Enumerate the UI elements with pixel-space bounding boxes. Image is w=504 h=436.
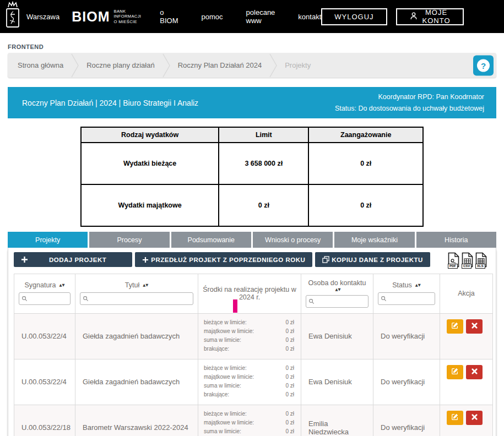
tab-historia[interactable]: Historia [416,232,496,248]
nav-o-biom[interactable]: o BIOM [160,8,178,25]
warsaw-logo[interactable]: Warszawa [3,1,59,32]
search-osoba-input[interactable] [306,295,368,308]
project-signature: U.00.053/22/18 [14,405,75,436]
project-title: Giełda zagadnień badawczych [75,359,198,405]
column-header-akcja: Akcja [440,274,493,314]
search-icon [83,296,89,302]
x-icon [472,322,478,330]
export-buttons: PDF CSV XLS [448,252,490,269]
project-actions [440,405,493,436]
add-project-button[interactable]: DODAJ PROJEKT [14,252,132,267]
projects-header-row: Sygnatura▲▼ Tytuł▲▼ Środki na realizację… [14,274,493,314]
edit-icon [451,367,459,377]
nav-polecane-www[interactable]: polecane www [246,8,275,25]
search-status-wrap [378,292,435,305]
breadcrumb: Strona główna Roczne plany działań Roczn… [8,53,496,78]
breadcrumb-chevron-icon [71,53,79,78]
top-nav: o BIOM pomoc polecane www kontakt [160,8,321,25]
project-actions [440,313,493,359]
edit-button[interactable] [447,365,463,379]
project-row: U.00.053/22/18 Barometr Warszawski 2022-… [14,405,493,436]
plus-icon [21,256,28,263]
plan-banner: Roczny Plan Działań | 2024 | Biuro Strat… [8,87,496,118]
summary-cell: 0 zł [219,184,308,226]
project-row: U.00.053/22/4 Giełda zagadnień badawczyc… [14,313,493,359]
breadcrumb-chevron-icon [162,53,170,78]
export-csv-icon[interactable]: CSV [462,252,473,269]
x-icon [472,368,478,376]
logout-button[interactable]: WYLOGUJ [321,8,387,25]
nav-pomoc[interactable]: pomoc [202,13,223,21]
breadcrumb-item-home[interactable]: Strona główna [18,61,63,69]
edit-icon [451,321,459,331]
delete-button[interactable] [466,411,483,425]
tab-podsumowanie[interactable]: Podsumowanie [171,232,251,248]
summary-header-engagement: Zaangażowanie [308,127,423,143]
summary-row: Wydatki majątkowe 0 zł 0 zł [81,184,423,226]
help-button[interactable]: ? [473,55,494,75]
breadcrumb-item-annual-plans[interactable]: Roczne plany działań [86,61,155,69]
column-header-sygnatura: Sygnatura▲▼ [14,274,75,314]
export-xls-icon[interactable]: XLS [475,252,487,269]
toolbar: DODAJ PROJEKT PRZEDŁUŻ PROJEKT Z POPRZED… [14,252,490,269]
project-status: Do weryfikacji [373,405,440,436]
summary-cell: Wydatki majątkowe [81,184,219,226]
projects-table: Sygnatura▲▼ Tytuł▲▼ Środki na realizację… [14,274,493,436]
project-contact: Ewa Denisiuk [301,359,373,405]
summary-cell: 3 658 000 zł [219,143,308,184]
copy-icon [322,256,329,263]
biom-logo[interactable]: BIOM BANK INFORMACJI O MIEŚCIE [72,9,141,25]
column-header-srodki: Środki na realizację projektu w 2024 r. [198,274,301,314]
project-status: Do weryfikacji [373,313,440,359]
project-signature: U.00.053/22/4 [14,359,75,405]
column-header-tytul: Tytuł▲▼ [75,274,198,314]
sort-icon[interactable]: ▲▼ [335,288,341,292]
sort-icon[interactable]: ▲▼ [415,284,421,287]
project-contact: Emilia Niedzwiecka [301,405,373,436]
summary-cell: Wydatki bieżące [81,143,219,184]
sort-icon[interactable]: ▲▼ [143,284,148,287]
project-funds: bieżące w limicie:0 zł majątkowe w limic… [198,359,301,405]
nav-kontakt[interactable]: kontakt [298,13,321,21]
question-mark-icon: ? [477,59,490,72]
tab-moje-wskazniki[interactable]: Moje wskaźniki [334,232,414,248]
search-icon [21,296,28,302]
biom-subtitle: BANK INFORMACJI O MIEŚCIE [113,9,141,24]
copy-project-data-button[interactable]: KOPIUJ DANE Z PROJEKTU [315,252,430,267]
plan-status: Status: Do dostosowania do uchwały budże… [335,103,484,115]
x-icon [472,413,478,422]
breadcrumb-item-plan-2024[interactable]: Roczny Plan Działań 2024 [178,61,262,69]
delete-button[interactable] [466,365,483,379]
sort-icon[interactable]: ▲▼ [59,284,64,287]
biom-title: BIOM [72,9,110,25]
my-account-button[interactable]: MOJE KONTO [396,8,464,25]
summary-header-type: Rodzaj wydatków [81,127,219,143]
project-title: Giełda zagadnień badawczych [75,313,198,359]
plan-title: Roczny Plan Działań | 2024 | Biuro Strat… [22,99,198,107]
extend-project-button[interactable]: PRZEDŁUŻ PROJEKT Z POPRZEDNIEGO ROKU [135,252,312,267]
plan-coordinator: Koordynator RPD: Pan Koodrnator [335,91,484,103]
summary-cell: 0 zł [308,184,423,226]
export-pdf-icon[interactable]: PDF [448,252,459,269]
edit-button[interactable] [447,319,463,334]
project-actions [440,359,493,405]
delete-button[interactable] [466,319,483,334]
warsaw-crest-icon [3,1,22,32]
tab-wnioski-o-procesy[interactable]: Wnioski o procesy [253,232,333,248]
tab-projekty[interactable]: Projekty [8,232,88,248]
project-status: Do weryfikacji [373,359,440,405]
plus-icon [142,257,149,263]
search-tytul-input[interactable] [80,292,193,305]
search-icon [381,296,387,302]
breadcrumb-chevron-icon [269,53,277,78]
project-contact: Ewa Denisiuk [301,313,373,359]
project-funds: bieżące w limicie:0 zł majątkowe w limic… [198,313,301,359]
search-tytul-wrap [80,292,193,305]
search-sygnatura-wrap [19,292,71,305]
user-icon [409,12,418,22]
tab-procesy[interactable]: Procesy [89,232,169,248]
tab-bar: Projekty Procesy Podsumowanie Wnioski o … [8,232,496,248]
search-icon [308,298,315,304]
column-header-osoba: Osoba do kontaktu▲▼ [301,274,373,314]
edit-button[interactable] [447,411,463,425]
